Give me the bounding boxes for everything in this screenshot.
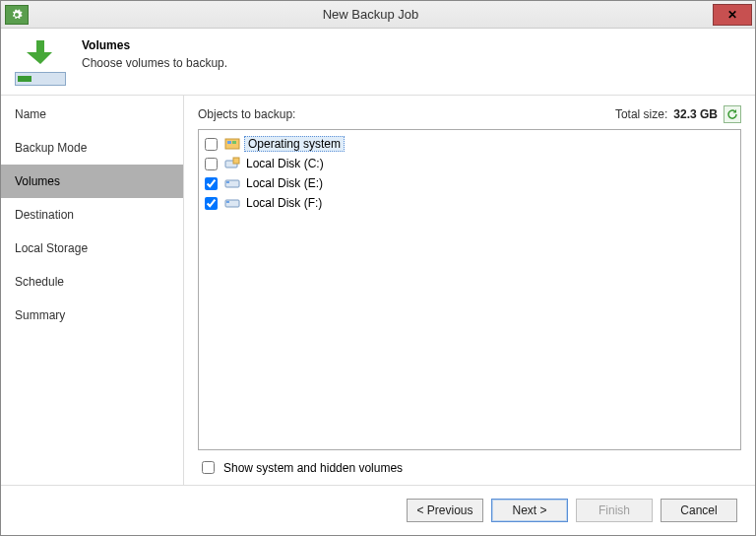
finish-button: Finish (576, 499, 653, 522)
volume-checkbox[interactable] (205, 197, 218, 210)
page-title: Volumes (82, 38, 227, 52)
volume-checkbox[interactable] (205, 158, 218, 170)
volume-checkbox[interactable] (205, 138, 218, 151)
disk-icon (224, 195, 240, 211)
objects-label: Objects to backup: (198, 107, 615, 121)
titlebar: New Backup Job ✕ (1, 1, 755, 29)
sidebar-item-volumes[interactable]: Volumes (1, 165, 183, 198)
volumes-list[interactable]: Operating system Local Disk (C:) Local D… (198, 129, 741, 450)
next-button[interactable]: Next > (491, 499, 568, 522)
cancel-button[interactable]: Cancel (661, 499, 737, 522)
wizard-footer: < Previous Next > Finish Cancel (1, 486, 755, 535)
show-hidden-checkbox[interactable] (202, 461, 215, 474)
list-item[interactable]: Local Disk (E:) (205, 173, 734, 193)
progress-icon (15, 72, 66, 86)
volume-label: Local Disk (F:) (244, 196, 324, 210)
sidebar-item-backup-mode[interactable]: Backup Mode (1, 131, 183, 165)
arrow-down-icon (23, 38, 58, 66)
header-icon (13, 38, 68, 86)
total-size-value: 32.3 GB (673, 107, 718, 121)
show-hidden-label: Show system and hidden volumes (223, 461, 403, 475)
list-item[interactable]: Local Disk (C:) (205, 154, 734, 173)
disk-icon (224, 156, 240, 171)
volume-label: Local Disk (C:) (244, 157, 326, 170)
sidebar-item-destination[interactable]: Destination (1, 198, 183, 232)
page-subtitle: Choose volumes to backup. (82, 56, 227, 70)
sidebar-item-schedule[interactable]: Schedule (1, 265, 183, 299)
wizard-header: Volumes Choose volumes to backup. (1, 29, 755, 96)
previous-button[interactable]: < Previous (407, 499, 483, 522)
refresh-icon[interactable] (724, 105, 741, 123)
main-panel: Objects to backup: Total size: 32.3 GB O… (184, 96, 755, 485)
disk-icon (224, 175, 240, 191)
volume-label: Local Disk (E:) (244, 176, 325, 190)
list-item[interactable]: Operating system (205, 134, 734, 154)
window-title: New Backup Job (29, 7, 713, 22)
svg-rect-6 (226, 181, 229, 183)
volume-checkbox[interactable] (205, 177, 218, 190)
close-icon[interactable]: ✕ (713, 4, 752, 26)
svg-rect-2 (232, 141, 236, 144)
sidebar-item-name[interactable]: Name (1, 98, 183, 131)
svg-rect-4 (233, 158, 239, 164)
gear-icon[interactable] (5, 5, 29, 25)
svg-rect-8 (226, 201, 229, 203)
sidebar-item-local-storage[interactable]: Local Storage (1, 232, 183, 265)
total-size-label: Total size: (615, 107, 667, 121)
volume-label: Operating system (244, 136, 345, 152)
svg-rect-1 (227, 141, 231, 144)
list-item[interactable]: Local Disk (F:) (205, 193, 734, 213)
os-icon (224, 136, 240, 152)
sidebar-item-summary[interactable]: Summary (1, 299, 183, 332)
wizard-steps-sidebar: Name Backup Mode Volumes Destination Loc… (1, 96, 184, 485)
